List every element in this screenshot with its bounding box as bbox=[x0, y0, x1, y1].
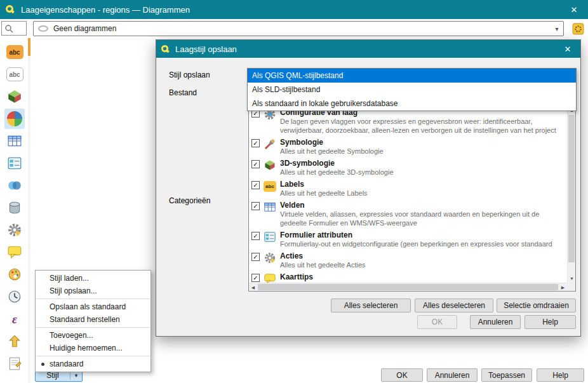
checkbox[interactable]: ✓ bbox=[251, 253, 260, 261]
sidebar-item-3d-view[interactable] bbox=[4, 86, 25, 107]
scroll-left-icon[interactable]: ◀ bbox=[249, 283, 257, 292]
check-icon: ✓ bbox=[253, 203, 258, 210]
3d-symbology-icon bbox=[264, 159, 276, 171]
menu-item-add[interactable]: Toevoegen... bbox=[36, 329, 150, 342]
category-description: Virtuele velden, aliassen, expressies vo… bbox=[280, 210, 539, 227]
fields-icon bbox=[264, 201, 276, 213]
category-description: De lagen geven vlaggen voor expressies e… bbox=[280, 118, 556, 134]
help-button[interactable]: Help bbox=[537, 368, 584, 382]
dialog-close-button[interactable]: ✕ bbox=[555, 40, 580, 58]
sidebar-item-attributes-form[interactable] bbox=[4, 153, 25, 173]
horizontal-scrollbar-thumb[interactable] bbox=[258, 284, 558, 290]
diagram-type-select[interactable]: Geen diagrammen ▾ bbox=[33, 21, 564, 36]
dialog-ok-button[interactable]: OK bbox=[417, 315, 457, 329]
option-label: Als QGIS QML-stijlbestand bbox=[252, 71, 343, 80]
ok-label: OK bbox=[396, 371, 407, 380]
fields-icon bbox=[7, 133, 22, 149]
ok-button[interactable]: OK bbox=[381, 368, 423, 382]
sidebar-item-joins[interactable] bbox=[4, 175, 25, 196]
3d-view-icon bbox=[6, 88, 23, 105]
horizontal-scrollbar[interactable]: ◀ ▶ bbox=[249, 283, 567, 291]
check-icon: ✓ bbox=[253, 182, 258, 189]
vertical-scrollbar-thumb[interactable] bbox=[568, 115, 575, 262]
sidebar-item-auxiliary-storage[interactable] bbox=[4, 198, 25, 218]
sidebar-item-diagrams[interactable] bbox=[4, 109, 25, 129]
actions-icon bbox=[264, 252, 276, 264]
sidebar-item-labels[interactable]: abc bbox=[4, 42, 25, 62]
checkbox[interactable]: ✓ bbox=[251, 202, 260, 210]
menu-item-restore-default[interactable]: Standaard herstellen bbox=[36, 313, 150, 326]
menu-item-label: Standaard herstellen bbox=[50, 315, 120, 324]
check-icon: ✓ bbox=[253, 274, 258, 281]
no-diagram-icon bbox=[38, 25, 48, 32]
menu-item-save-style[interactable]: Stijl opslaan... bbox=[36, 285, 150, 297]
dialog-titlebar[interactable]: Laagstijl opslaan ✕ bbox=[156, 40, 580, 58]
scroll-down-icon[interactable]: ▼ bbox=[568, 274, 576, 283]
category-row-form-attributes[interactable]: ✓ Formulier attributenFormulierlay-out e… bbox=[249, 229, 567, 250]
select-all-button[interactable]: Alles selecteren bbox=[331, 299, 411, 312]
category-row-labels[interactable]: ✓ abc LabelsAlles uit het gedeelte Label… bbox=[249, 178, 567, 199]
invert-selection-button[interactable]: Selectie omdraaien bbox=[497, 299, 576, 312]
menu-item-label: Huidige hernoemen... bbox=[50, 344, 123, 353]
dropdown-option-default-database[interactable]: Als standaard in lokale gebruikersdataba… bbox=[248, 97, 576, 111]
checkbox[interactable]: ✓ bbox=[251, 181, 260, 189]
dialog-cancel-button[interactable]: Annuleren bbox=[470, 315, 521, 329]
sidebar-scrollbar[interactable] bbox=[28, 38, 30, 383]
category-row-symbology[interactable]: ✓ SymbologieAlles uit het gedeelte Symbo… bbox=[249, 136, 567, 157]
current-style-bullet-icon bbox=[41, 363, 44, 366]
window-titlebar[interactable]: Laageigenschappen - regions — Diagrammen… bbox=[0, 0, 588, 19]
menu-item-load-style[interactable]: Stijl laden... bbox=[36, 272, 150, 285]
menu-item-label: Stijl laden... bbox=[50, 274, 89, 283]
sidebar-scrollbar-thumb[interactable] bbox=[28, 38, 30, 56]
checkbox[interactable]: ✓ bbox=[251, 274, 260, 282]
option-label: Als standaard in lokale gebruikersdataba… bbox=[252, 99, 398, 108]
sidebar-item-masks[interactable]: abc bbox=[4, 64, 25, 84]
labels-icon: abc bbox=[264, 180, 276, 192]
rendering-icon bbox=[7, 267, 22, 282]
category-row-fields[interactable]: ✓ VeldenVirtuele velden, aliassen, expre… bbox=[249, 199, 567, 229]
chevron-down-icon: ▾ bbox=[70, 372, 82, 379]
category-description: Alles uit het gedeelte 3D-symbologie bbox=[280, 168, 394, 176]
checkbox[interactable]: ✓ bbox=[251, 139, 260, 147]
sidebar-item-variables[interactable]: ε bbox=[4, 309, 25, 329]
menu-item-rename-current[interactable]: Huidige hernoemen... bbox=[36, 342, 150, 354]
deselect-all-button[interactable]: Alles deselecteren bbox=[415, 299, 493, 312]
deselect-all-label: Alles deselecteren bbox=[423, 301, 485, 310]
apply-button[interactable]: Toepassen bbox=[481, 368, 532, 382]
save-style-dialog: Laagstijl opslaan ✕ Stijl opslaan Bestan… bbox=[156, 39, 581, 337]
sidebar-item-fields[interactable] bbox=[4, 131, 25, 151]
menu-separator bbox=[36, 299, 150, 299]
file-label: Bestand bbox=[169, 88, 197, 97]
sidebar-item-metadata[interactable] bbox=[4, 353, 25, 373]
category-title: Labels bbox=[280, 180, 304, 189]
diagram-type-value: Geen diagrammen bbox=[53, 24, 551, 33]
menu-item-current-style[interactable]: standaard bbox=[36, 358, 150, 370]
category-row-map-tips[interactable]: ✓ KaarttipsInstellingen kaarttips (geen … bbox=[249, 271, 567, 283]
cancel-label: Annuleren bbox=[435, 371, 470, 380]
dropdown-option-sld[interactable]: Als SLD-stijlbestand bbox=[248, 83, 576, 97]
dropdown-option-qml[interactable]: Als QGIS QML-stijlbestand bbox=[248, 69, 576, 83]
sidebar-item-actions[interactable] bbox=[4, 220, 25, 240]
properties-tab-sidebar: abc abc ε bbox=[0, 38, 30, 383]
qgis-layer-properties-window: Laageigenschappen - regions — Diagrammen… bbox=[0, 0, 588, 383]
vertical-scrollbar[interactable]: ▲ ▼ bbox=[567, 106, 575, 283]
menu-item-save-as-default[interactable]: Opslaan als standaard bbox=[36, 300, 150, 313]
categories-label: Categorieën bbox=[169, 196, 210, 205]
dialog-cancel-label: Annuleren bbox=[478, 318, 513, 326]
sidebar-item-display[interactable] bbox=[4, 242, 25, 262]
category-row-actions[interactable]: ✓ ActiesAlles uit het gedeelte Acties bbox=[249, 250, 567, 271]
labels-icon: abc bbox=[6, 45, 23, 59]
sidebar-item-elevation[interactable] bbox=[4, 331, 25, 351]
checkbox[interactable]: ✓ bbox=[251, 160, 260, 168]
sidebar-item-temporal[interactable] bbox=[4, 286, 25, 307]
checkbox[interactable]: ✓ bbox=[251, 232, 260, 240]
cancel-button[interactable]: Annuleren bbox=[427, 368, 478, 382]
category-row-3d-symbology[interactable]: ✓ 3D-symbologieAlles uit het gedeelte 3D… bbox=[249, 157, 567, 178]
scroll-right-icon[interactable]: ▶ bbox=[559, 283, 567, 292]
sidebar-item-rendering[interactable] bbox=[4, 264, 25, 285]
properties-search-input[interactable] bbox=[1, 21, 27, 36]
window-close-button[interactable]: ✕ bbox=[560, 0, 588, 19]
dialog-help-button[interactable]: Help bbox=[525, 315, 576, 329]
automated-placement-settings-button[interactable] bbox=[570, 21, 586, 37]
chevron-down-icon: ▾ bbox=[551, 25, 563, 32]
